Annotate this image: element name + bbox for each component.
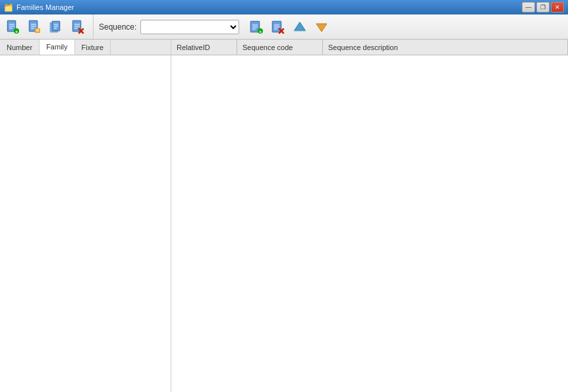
column-header-relative-id: RelativeID [171,40,237,55]
move-down-button[interactable] [312,18,331,36]
right-panel-body [171,55,568,392]
toolbar: + [0,14,568,40]
edit-document-button[interactable] [24,18,44,36]
restore-button[interactable]: ❐ [536,2,550,13]
left-panel-body [0,55,171,392]
add-sequence-button[interactable]: + [246,18,266,36]
tabs-header: Number Family Fixture [0,40,171,55]
delete-sequence-button[interactable] [268,18,288,36]
right-panel-header: RelativeID Sequence code Sequence descri… [171,40,568,55]
svg-text:+: + [259,28,262,34]
copy-document-button[interactable] [46,18,66,36]
toolbar-right: Sequence: + [94,18,565,36]
title-bar-buttons: — ❐ ✕ [522,2,564,13]
svg-text:+: + [15,28,18,34]
title-bar-left: 🗂️ Families Manager [4,3,74,12]
toolbar-left-buttons: + [3,14,94,39]
sequence-area: Sequence: [99,20,239,34]
tab-fixture[interactable]: Fixture [75,40,111,55]
delete-seq-icon [271,20,285,34]
add-document-button[interactable]: + [3,18,22,36]
edit-doc-icon [27,20,42,34]
window-icon: 🗂️ [4,3,13,12]
sequence-select[interactable] [140,20,239,34]
delete-doc-icon [71,20,85,34]
minimize-button[interactable]: — [522,2,535,13]
left-panel: Number Family Fixture [0,40,171,392]
sequence-label: Sequence: [99,22,136,32]
down-arrow-icon [314,20,329,34]
add-seq-icon: + [249,20,264,34]
main-content: Number Family Fixture RelativeID Sequenc… [0,40,568,392]
tab-family[interactable]: Family [40,40,74,55]
tab-number[interactable]: Number [0,40,40,55]
add-doc-icon: + [5,20,20,34]
up-arrow-icon [293,20,307,34]
title-bar: 🗂️ Families Manager — ❐ ✕ [0,0,568,14]
move-up-button[interactable] [290,18,310,36]
copy-doc-icon [49,20,63,34]
column-header-sequence-code: Sequence code [237,40,323,55]
right-panel: RelativeID Sequence code Sequence descri… [171,40,568,392]
svg-marker-42 [295,22,305,30]
delete-document-button[interactable] [68,18,88,36]
column-header-sequence-description: Sequence description [323,40,568,55]
close-button[interactable]: ✕ [551,2,564,13]
window-title: Families Manager [16,3,74,11]
svg-marker-44 [316,24,327,32]
